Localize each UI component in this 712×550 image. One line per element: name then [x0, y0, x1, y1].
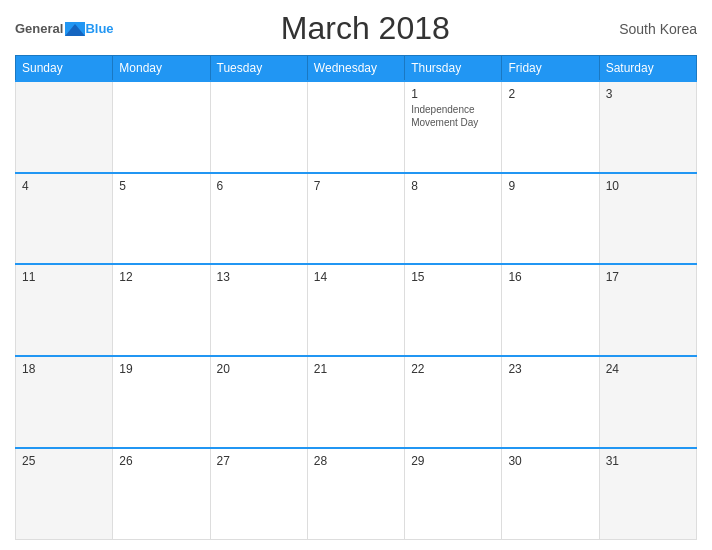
day-number: 29	[411, 454, 495, 468]
day-number: 26	[119, 454, 203, 468]
day-number: 5	[119, 179, 203, 193]
calendar-cell: 16	[502, 264, 599, 356]
calendar-cell: 19	[113, 356, 210, 448]
calendar-cell: 7	[307, 173, 404, 265]
logo-blue-text: Blue	[85, 21, 113, 36]
calendar-cell: 12	[113, 264, 210, 356]
day-number: 11	[22, 270, 106, 284]
day-number: 17	[606, 270, 690, 284]
calendar-cell: 23	[502, 356, 599, 448]
day-number: 18	[22, 362, 106, 376]
header-row: SundayMondayTuesdayWednesdayThursdayFrid…	[16, 56, 697, 82]
week-row-4: 18192021222324	[16, 356, 697, 448]
day-number: 15	[411, 270, 495, 284]
day-number: 2	[508, 87, 592, 101]
calendar-cell: 24	[599, 356, 696, 448]
calendar-table: SundayMondayTuesdayWednesdayThursdayFrid…	[15, 55, 697, 540]
calendar-cell: 1Independence Movement Day	[405, 81, 502, 173]
calendar-cell: 30	[502, 448, 599, 540]
header-cell-monday: Monday	[113, 56, 210, 82]
calendar-cell: 27	[210, 448, 307, 540]
calendar-cell: 4	[16, 173, 113, 265]
calendar-cell: 31	[599, 448, 696, 540]
calendar-body: 1Independence Movement Day23456789101112…	[16, 81, 697, 540]
day-number: 10	[606, 179, 690, 193]
day-number: 24	[606, 362, 690, 376]
header-cell-wednesday: Wednesday	[307, 56, 404, 82]
logo-flag-icon	[65, 22, 85, 36]
day-number: 12	[119, 270, 203, 284]
header: General Blue March 2018 South Korea	[15, 10, 697, 47]
calendar-cell: 5	[113, 173, 210, 265]
week-row-3: 11121314151617	[16, 264, 697, 356]
day-number: 19	[119, 362, 203, 376]
logo: General Blue	[15, 21, 114, 36]
calendar-cell: 25	[16, 448, 113, 540]
calendar-cell: 6	[210, 173, 307, 265]
calendar-cell: 9	[502, 173, 599, 265]
day-number: 3	[606, 87, 690, 101]
calendar-cell: 13	[210, 264, 307, 356]
calendar-cell	[16, 81, 113, 173]
day-number: 1	[411, 87, 495, 101]
calendar-cell: 28	[307, 448, 404, 540]
calendar-header: SundayMondayTuesdayWednesdayThursdayFrid…	[16, 56, 697, 82]
day-number: 13	[217, 270, 301, 284]
header-cell-friday: Friday	[502, 56, 599, 82]
day-number: 31	[606, 454, 690, 468]
day-number: 6	[217, 179, 301, 193]
calendar-cell	[307, 81, 404, 173]
calendar-cell: 8	[405, 173, 502, 265]
calendar-cell	[210, 81, 307, 173]
week-row-2: 45678910	[16, 173, 697, 265]
calendar-cell: 3	[599, 81, 696, 173]
day-number: 7	[314, 179, 398, 193]
day-number: 14	[314, 270, 398, 284]
day-number: 8	[411, 179, 495, 193]
calendar-cell: 20	[210, 356, 307, 448]
calendar-cell: 15	[405, 264, 502, 356]
calendar-cell: 10	[599, 173, 696, 265]
calendar-cell: 29	[405, 448, 502, 540]
day-number: 20	[217, 362, 301, 376]
calendar-cell: 11	[16, 264, 113, 356]
day-number: 28	[314, 454, 398, 468]
day-number: 27	[217, 454, 301, 468]
day-number: 16	[508, 270, 592, 284]
calendar-cell: 18	[16, 356, 113, 448]
header-cell-tuesday: Tuesday	[210, 56, 307, 82]
calendar-cell: 14	[307, 264, 404, 356]
day-number: 25	[22, 454, 106, 468]
day-number: 30	[508, 454, 592, 468]
calendar-cell	[113, 81, 210, 173]
day-number: 4	[22, 179, 106, 193]
calendar-cell: 21	[307, 356, 404, 448]
day-number: 9	[508, 179, 592, 193]
day-number: 21	[314, 362, 398, 376]
calendar-page: General Blue March 2018 South Korea Sund…	[0, 0, 712, 550]
logo-general-text: General	[15, 21, 63, 36]
calendar-cell: 17	[599, 264, 696, 356]
header-cell-sunday: Sunday	[16, 56, 113, 82]
calendar-cell: 22	[405, 356, 502, 448]
holiday-label: Independence Movement Day	[411, 103, 495, 129]
calendar-title: March 2018	[114, 10, 617, 47]
calendar-cell: 2	[502, 81, 599, 173]
header-cell-saturday: Saturday	[599, 56, 696, 82]
day-number: 23	[508, 362, 592, 376]
day-number: 22	[411, 362, 495, 376]
week-row-1: 1Independence Movement Day23	[16, 81, 697, 173]
header-cell-thursday: Thursday	[405, 56, 502, 82]
country-label: South Korea	[617, 21, 697, 37]
week-row-5: 25262728293031	[16, 448, 697, 540]
calendar-cell: 26	[113, 448, 210, 540]
